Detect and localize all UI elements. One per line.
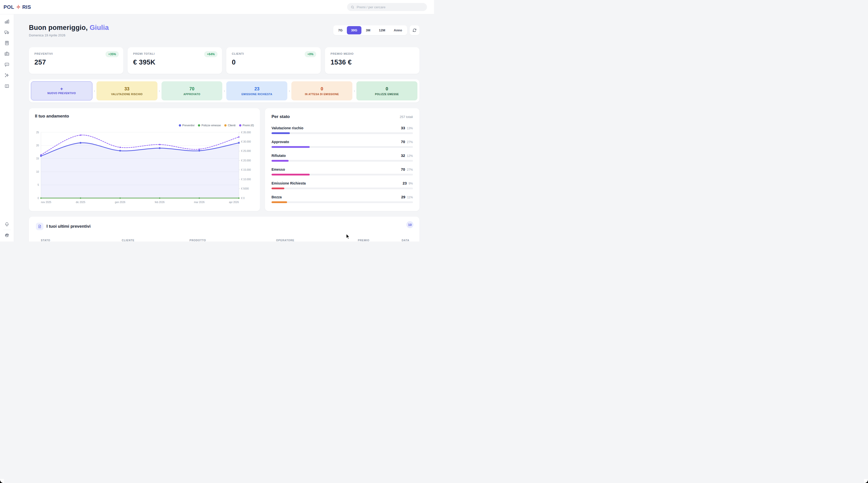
per-stato-card: Per stato 257 totali Valutazione rischio… (265, 108, 420, 211)
svg-text:10: 10 (36, 170, 39, 173)
sidebar (0, 14, 14, 242)
stage-count: 23 (254, 86, 259, 92)
pipeline-stage[interactable]: 23EMISSIONE RICHIESTA (226, 81, 287, 100)
date-subtitle: Domenica 19 Aprile 2026 (29, 33, 109, 37)
trend-chart[interactable]: 0510152025€ 0€ 5000€ 10.000€ 15.000€ 20.… (33, 129, 255, 204)
stage-label: IN ATTESA DI EMISSIONE (305, 93, 339, 96)
per-stato-total: 257 totali (400, 115, 413, 119)
column-header-premio[interactable]: PREMIO (358, 239, 369, 242)
legend-dot (239, 124, 241, 127)
range-button-12m[interactable]: 12M (374, 26, 389, 34)
svg-text:€ 15.000: € 15.000 (241, 168, 251, 171)
plus-icon: + (60, 87, 63, 91)
document-icon-wrap (36, 223, 43, 230)
stage-label: APPROVATO (184, 93, 200, 96)
status-percent: 27% (407, 168, 413, 171)
status-row[interactable]: Valutazione rischio3313% (272, 126, 413, 134)
legend-item[interactable]: Polizze emesse (198, 124, 221, 127)
legend-dot (224, 124, 226, 127)
svg-text:€ 25.000: € 25.000 (241, 150, 251, 152)
column-header-prodotto[interactable]: PRODOTTO (190, 239, 206, 242)
pipeline-stage[interactable]: 0IN ATTESA DI EMISSIONE (291, 81, 352, 100)
svg-text:€ 0: € 0 (241, 197, 245, 200)
status-percent: 12% (407, 154, 413, 158)
polaris-logo[interactable]: POL RIS (3, 4, 31, 10)
status-row[interactable]: Emesso7027% (272, 167, 413, 175)
sidebar-item-bell[interactable] (3, 221, 10, 228)
status-row[interactable]: Rifiutato3212% (272, 153, 413, 162)
pipeline-stage[interactable]: 70APPROVATO (161, 81, 222, 100)
sidebar-item-chat[interactable] (3, 61, 10, 68)
svg-text:€ 20.000: € 20.000 (241, 159, 251, 162)
greeting-block: Buon pomeriggio, Giulia Domenica 19 Apri… (29, 24, 109, 37)
kpi-value: 1536 € (331, 59, 414, 66)
range-button-7g[interactable]: 7G (334, 26, 347, 34)
status-row[interactable]: Emissione Richiesta239% (272, 181, 413, 189)
status-label: Emesso (272, 167, 285, 171)
bell-icon (4, 222, 9, 227)
search-icon (351, 5, 354, 9)
legend-label: Premi (€) (243, 124, 254, 127)
status-label: Approvato (272, 140, 289, 144)
sidebar-item-bar-chart[interactable] (3, 18, 10, 25)
sidebar-item-sparkles[interactable] (3, 72, 10, 79)
legend-label: Clienti (228, 124, 236, 127)
legend-item[interactable]: Premi (€) (239, 124, 254, 127)
new-quote-button[interactable]: +NUOVO PREVENTIVO (31, 81, 92, 100)
sidebar-item-calculator[interactable] (3, 39, 10, 46)
stage-label: POLIZZE EMESSE (375, 93, 399, 96)
pipeline-stage[interactable]: 0POLIZZE EMESSE (356, 81, 417, 100)
sidebar-item-id-card[interactable] (3, 50, 10, 57)
stage-count: 0 (321, 86, 323, 92)
status-bar-fill (272, 132, 290, 134)
mouse-cursor (346, 234, 350, 239)
legend-item[interactable]: Preventivi (179, 124, 194, 127)
kpi-card: PREMI TOTALI€ 395K+64% (128, 47, 222, 74)
status-bar-track (272, 160, 413, 162)
svg-text:25: 25 (36, 131, 39, 134)
refresh-button[interactable] (410, 25, 420, 35)
pipeline-stage[interactable]: 33VALUTAZIONE RISCHIO (96, 81, 157, 100)
count-badge: 10 (406, 221, 413, 228)
polaris-star-icon (15, 4, 22, 10)
status-row[interactable]: Bozza2911% (272, 195, 413, 203)
status-label: Valutazione rischio (272, 126, 303, 130)
svg-text:apr 2026: apr 2026 (229, 201, 239, 203)
book-icon (4, 84, 9, 89)
sidebar-item-book[interactable] (3, 83, 10, 90)
status-count: 70 (401, 167, 405, 171)
status-bar-track (272, 146, 413, 148)
kpi-card: PREVENTIVI257+35% (29, 47, 123, 74)
table-header-row: STATOCLIENTEPRODOTTOOPERATOREPREMIODATA (36, 239, 412, 242)
column-header-stato[interactable]: STATO (41, 239, 50, 242)
column-header-cliente[interactable]: CLIENTE (122, 239, 135, 242)
status-bar-fill (272, 160, 288, 162)
status-bar-track (272, 174, 413, 175)
range-button-3m[interactable]: 3M (362, 26, 374, 34)
svg-text:20: 20 (36, 144, 39, 147)
legend-dot (198, 124, 200, 127)
status-bar-track (272, 201, 413, 203)
sidebar-item-truck[interactable] (3, 29, 10, 36)
svg-text:€ 5000: € 5000 (241, 187, 249, 190)
legend-dot (179, 124, 181, 127)
calculator-icon (4, 40, 9, 46)
kpi-label: CLIENTI (232, 52, 315, 55)
legend-item[interactable]: Clienti (224, 124, 236, 127)
greeting-text: Buon pomeriggio, (29, 24, 88, 31)
svg-text:mar 2026: mar 2026 (194, 201, 205, 203)
status-row[interactable]: Approvato7027% (272, 139, 413, 148)
search-input[interactable]: Premi / per cercare (347, 3, 427, 11)
column-header-data[interactable]: DATA (402, 239, 409, 242)
sparkles-icon (4, 73, 9, 78)
column-header-operatore[interactable]: OPERATORE (276, 239, 294, 242)
status-bar-fill (272, 201, 287, 203)
pipeline-card: +NUOVO PREVENTIVO›33VALUTAZIONE RISCHIO›… (29, 79, 420, 102)
range-button-anno[interactable]: Anno (390, 26, 406, 34)
range-button-30g[interactable]: 30G (347, 26, 362, 34)
sidebar-item-fingerprint[interactable] (3, 232, 10, 239)
fingerprint-icon (4, 232, 10, 238)
status-label: Bozza (272, 195, 282, 199)
status-percent: 27% (407, 140, 413, 144)
range-controls: 7G30G3M12MAnno (333, 25, 420, 35)
